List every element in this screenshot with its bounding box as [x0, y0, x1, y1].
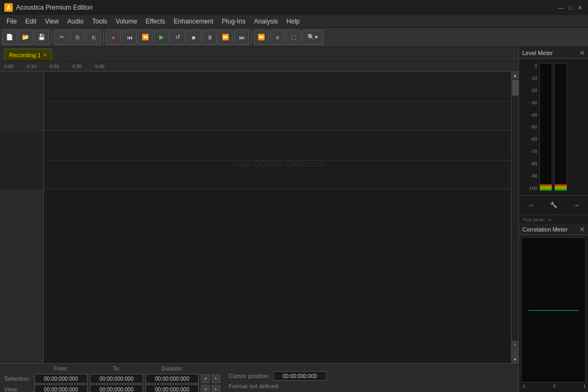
track-1-centerline: [44, 101, 511, 102]
view-undo-btn[interactable]: ↺: [201, 385, 210, 392]
snap-button[interactable]: ≡: [270, 30, 285, 45]
scale-70: -70: [521, 149, 537, 154]
cursor-pos-row: Cursor position: 00:00:000:000: [229, 371, 327, 381]
play-button[interactable]: ▶: [154, 30, 169, 45]
correlation-line: [528, 310, 579, 311]
window-controls: — □ ✕: [557, 4, 584, 11]
cut-button[interactable]: ✂: [54, 30, 69, 45]
scrub-button[interactable]: ⏩: [254, 30, 269, 45]
view-redo-btn[interactable]: ↻: [212, 385, 220, 392]
to-start-button[interactable]: ⏮: [122, 30, 137, 45]
title-bar: A Acoustica Premium Edition — □ ✕: [0, 0, 588, 15]
menu-analysis[interactable]: Analysis: [250, 17, 282, 26]
menu-effects[interactable]: Effects: [142, 17, 169, 26]
format-info: Format not defined: [229, 383, 327, 389]
field-labels-row: From: To: Duration:: [4, 366, 220, 372]
meter-wrench-icon[interactable]: 🔧: [550, 202, 558, 209]
toolbar: 📄 📂 💾 ✂ ⎘ ⎗ ● ⏮ ⏪ ▶ ↺ ■ ⏸ ⏩ ⏭ ⏩ ≡ ⬚ 🔍▾: [0, 28, 588, 47]
rewind-button[interactable]: ⏪: [138, 30, 153, 45]
menu-volume[interactable]: Volume: [112, 17, 142, 26]
track-2: [44, 130, 511, 189]
new-button[interactable]: 📄: [2, 30, 17, 45]
record-button[interactable]: ●: [106, 30, 121, 45]
scroll-thumb[interactable]: [512, 80, 519, 96]
menu-help[interactable]: Help: [282, 17, 304, 26]
view-to-input[interactable]: [90, 385, 143, 392]
scale-60: -60: [521, 136, 537, 142]
menu-view[interactable]: View: [41, 17, 63, 26]
selection-undo-btn[interactable]: ↺: [201, 374, 210, 383]
scroll-zoom-in[interactable]: +: [512, 341, 519, 348]
scale-0: 0: [521, 63, 537, 68]
selection-redo-btn[interactable]: ↻: [212, 374, 220, 383]
cursor-group: Cursor position: 00:00:000:000 Format no…: [229, 371, 327, 389]
track-2-centerline: [44, 160, 511, 160]
loop-button[interactable]: ↺: [170, 30, 185, 45]
meter-bar-left: [539, 63, 552, 191]
view-from-input[interactable]: [34, 385, 88, 392]
view-duration-input[interactable]: [145, 385, 199, 392]
scroll-down-arrow[interactable]: ▼: [512, 356, 519, 363]
close-button[interactable]: ✕: [576, 4, 584, 11]
scale-10: -10: [521, 75, 537, 81]
to-field-label: To:: [90, 366, 143, 372]
scroll-zoom-out[interactable]: -: [512, 348, 519, 356]
selection-row: Selection: ↺ ↻: [4, 374, 220, 383]
tab-bar: Recording 1 ✕: [0, 47, 519, 61]
recording-tab-close[interactable]: ✕: [43, 52, 47, 58]
waveform-container: 0:00 0:10 0:20 0:30 0:40: [0, 61, 519, 363]
scale-50: -50: [521, 124, 537, 129]
loop-region-button[interactable]: ⬚: [286, 30, 301, 45]
menu-file[interactable]: File: [2, 17, 21, 26]
selection-fields: From: To: Duration: Selection: ↺ ↻ View:: [4, 366, 220, 392]
correlation-meter-panel: Correlation Meter ✕ -1 0 1: [519, 224, 588, 392]
recording-tab[interactable]: Recording 1 ✕: [4, 49, 52, 60]
waveform-scroll: www.DOWNLOAD.com ▲ + - ▼: [0, 72, 519, 363]
save-button[interactable]: 💾: [34, 30, 49, 45]
correlation-meter-close[interactable]: ✕: [579, 226, 585, 233]
toolbar-separator-2: [103, 31, 104, 44]
copy-button[interactable]: ⎘: [70, 30, 85, 45]
true-peak-label: True peak: -∞: [522, 217, 552, 222]
duration-field-label: Duration:: [145, 366, 199, 372]
selection-from-input[interactable]: [34, 374, 88, 383]
selection-label: Selection:: [4, 375, 32, 382]
menu-edit[interactable]: Edit: [21, 17, 41, 26]
stop-button[interactable]: ■: [186, 30, 201, 45]
view-row: View: ↺ ↻: [4, 385, 220, 392]
zoom-button[interactable]: 🔍▾: [302, 30, 323, 45]
cursor-pos-label: Cursor position:: [229, 373, 270, 379]
peak-left-value: -∞: [528, 203, 533, 208]
peak-right-info: -∞: [574, 203, 578, 208]
menu-audio[interactable]: Audio: [63, 17, 88, 26]
open-button[interactable]: 📂: [18, 30, 33, 45]
correlation-display: [521, 237, 586, 382]
center-area: Recording 1 ✕ 0:00 0:10 0:20 0:30 0:40: [0, 47, 519, 392]
correlation-labels: -1 0 1: [521, 382, 586, 390]
timeline-ruler: 0:00 0:10 0:20 0:30 0:40: [0, 61, 519, 72]
paste-button[interactable]: ⎗: [86, 30, 101, 45]
selection-to-input[interactable]: [90, 374, 143, 383]
waveform-scrollbar-vertical[interactable]: ▲ + - ▼: [511, 72, 519, 363]
menu-plugins[interactable]: Plug-Ins: [218, 17, 250, 26]
peak-left-info: -∞: [528, 203, 533, 208]
cursor-pos-value: 00:00:000:000: [273, 371, 327, 381]
pause-button[interactable]: ⏸: [202, 30, 217, 45]
peak-right-value: -∞: [574, 203, 578, 208]
correlation-meter-title: Correlation Meter: [522, 226, 568, 233]
menu-tools[interactable]: Tools: [88, 17, 112, 26]
waveform-view[interactable]: www.DOWNLOAD.com: [44, 72, 511, 363]
selection-duration-input[interactable]: [145, 374, 199, 383]
meter-bar-right: [554, 63, 567, 191]
corr-label-1: 1: [583, 383, 586, 389]
level-meter-content: 0 -10 -20 -30 -40 -50 -60 -70 -80 -90 -1…: [519, 59, 588, 195]
fast-forward-button[interactable]: ⏩: [218, 30, 233, 45]
level-meter-close[interactable]: ✕: [579, 49, 585, 57]
to-end-button[interactable]: ⏭: [234, 30, 249, 45]
format-label: Format not defined: [229, 383, 278, 389]
menu-enhancement[interactable]: Enhancement: [169, 17, 218, 26]
scale-100: -100: [521, 186, 537, 191]
minimize-button[interactable]: —: [557, 4, 564, 11]
scroll-up-arrow[interactable]: ▲: [512, 72, 519, 79]
restore-button[interactable]: □: [567, 4, 574, 11]
